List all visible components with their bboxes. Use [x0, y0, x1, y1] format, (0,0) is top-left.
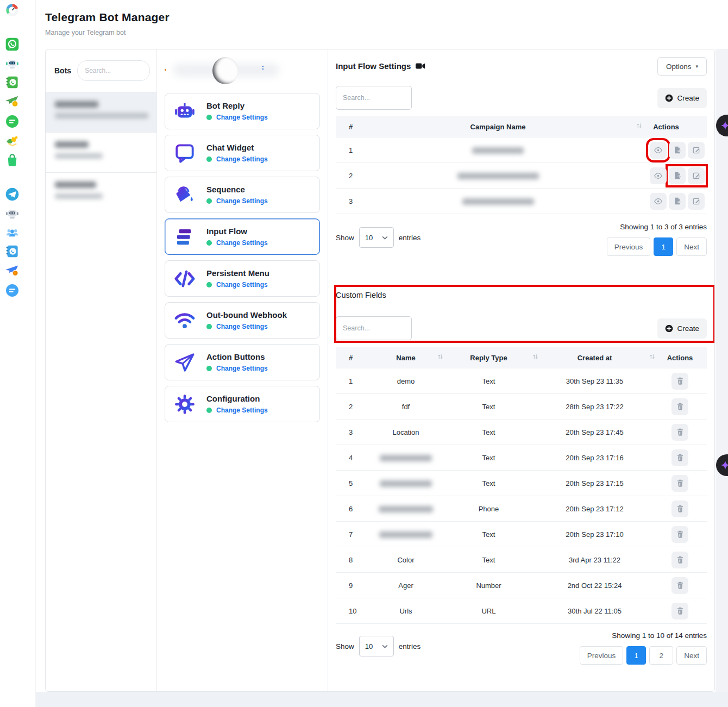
video-tutorial-icon[interactable]	[416, 62, 425, 70]
shop-bag-green-app-icon[interactable]	[5, 153, 20, 167]
column-header-campaign-name[interactable]: Campaign Name	[371, 123, 625, 131]
team-blue-app-icon[interactable]	[5, 225, 20, 240]
chat-icon	[173, 142, 196, 165]
change-settings-link[interactable]: Change Settings	[216, 365, 268, 372]
change-settings-link[interactable]: Change Settings	[216, 406, 268, 414]
next-page-button[interactable]: Next	[676, 646, 707, 665]
edit-button[interactable]	[688, 142, 705, 159]
column-header-reply-type[interactable]: Reply Type	[441, 354, 536, 362]
field-created-at: 3rd Apr 23 11:22	[536, 556, 653, 564]
telegram-app-icon[interactable]	[5, 187, 20, 202]
custom-field-row-4: 4 Text 20th Sep 23 17:16	[336, 445, 707, 471]
export-button[interactable]	[669, 167, 686, 184]
options-button[interactable]: Options▾	[657, 57, 707, 76]
custom-fields-create-button[interactable]: Create	[657, 318, 707, 339]
change-settings-link[interactable]: Change Settings	[216, 281, 268, 289]
previous-page-button[interactable]: Previous	[607, 237, 651, 256]
settings-card-title: Out-bound Webhook	[206, 310, 287, 320]
custom-page-size-select[interactable]: 10	[359, 636, 394, 656]
status-dot	[206, 366, 212, 371]
delete-button[interactable]	[671, 475, 688, 492]
column-header-actions: Actions	[653, 354, 707, 362]
sort-icon[interactable]	[636, 122, 643, 131]
delete-button[interactable]	[671, 603, 688, 620]
settings-card-chat-widget[interactable]: Chat Widget Change Settings	[165, 135, 320, 171]
settings-card-title: Configuration	[206, 394, 268, 403]
page-2-button[interactable]: 2	[649, 646, 673, 665]
sort-icon[interactable]	[649, 353, 656, 362]
whatsapp-app-icon[interactable]	[5, 37, 20, 52]
flow-page-size-select[interactable]: 10	[359, 227, 394, 248]
chat-blue-app-icon[interactable]	[5, 283, 20, 298]
settings-card-configuration[interactable]: Configuration Change Settings	[165, 386, 320, 422]
custom-fields-search-input[interactable]	[336, 316, 412, 340]
field-name: Ager	[398, 581, 413, 590]
status-dot	[206, 324, 212, 329]
contacts-blue-app-icon[interactable]	[5, 244, 20, 259]
delete-button[interactable]	[671, 398, 688, 415]
next-page-button[interactable]: Next	[676, 237, 707, 256]
settings-card-bot-reply[interactable]: Bot Reply Change Settings	[165, 93, 320, 129]
delete-button[interactable]	[671, 500, 688, 517]
row-number: 8	[336, 556, 371, 564]
plane-coin-green-app-icon[interactable]	[5, 94, 20, 109]
view-button[interactable]	[650, 193, 667, 210]
bot-list-item-3[interactable]	[46, 172, 156, 212]
robot-gray-app-icon[interactable]	[5, 206, 20, 221]
export-button[interactable]	[669, 142, 686, 159]
flow-search-input[interactable]	[336, 86, 412, 110]
field-name: Urls	[399, 607, 412, 615]
page-1-button[interactable]: 1	[654, 237, 673, 256]
view-button[interactable]	[650, 142, 667, 159]
plane-badge-blue-app-icon[interactable]	[5, 263, 20, 278]
row-number: 3	[336, 197, 371, 205]
field-created-at: 20th Sep 23 17:16	[536, 454, 653, 462]
column-header-created-at[interactable]: Created at	[536, 354, 653, 362]
sort-icon[interactable]	[437, 353, 444, 362]
robot-colored-app-icon[interactable]	[5, 56, 20, 71]
field-reply-type: Text	[441, 454, 536, 462]
sparkle-icon	[720, 460, 728, 471]
blurred-bot-username	[55, 193, 103, 199]
edit-button[interactable]	[688, 193, 705, 210]
campaign-row-2: 2	[336, 163, 707, 189]
export-button[interactable]	[669, 193, 686, 210]
settings-card-input-flow[interactable]: Input Flow Change Settings	[165, 218, 320, 255]
main-card: Bots	[45, 49, 715, 692]
change-settings-link[interactable]: Change Settings	[216, 197, 268, 205]
bot-list-item-2[interactable]	[46, 132, 156, 172]
custom-fields-table: # Name Reply Type Created at Actions 1 d…	[336, 347, 707, 624]
custom-field-row-2: 2 fdf Text 28th Sep 23 17:22	[336, 394, 707, 420]
view-button[interactable]	[650, 167, 667, 184]
delete-button[interactable]	[671, 552, 688, 568]
contacts-green-app-icon[interactable]	[5, 75, 20, 90]
speed-dashboard-app-icon[interactable]	[5, 3, 20, 17]
delete-button[interactable]	[671, 577, 688, 594]
column-header-name[interactable]: Name	[371, 354, 441, 362]
page-1-button[interactable]: 1	[626, 646, 646, 665]
settings-card-sequence[interactable]: Sequence Change Settings	[165, 177, 320, 213]
sort-icon[interactable]	[532, 353, 539, 362]
row-number: 2	[336, 403, 371, 411]
settings-card-out-bound-webhook[interactable]: Out-bound Webhook Change Settings	[165, 302, 320, 339]
partner-puzzle-app-icon[interactable]	[5, 133, 20, 148]
edit-button[interactable]	[688, 167, 705, 184]
change-settings-link[interactable]: Change Settings	[216, 323, 268, 330]
chat-green-app-icon[interactable]	[5, 114, 20, 129]
bot-list-item-1[interactable]	[46, 92, 156, 132]
delete-button[interactable]	[671, 373, 688, 390]
previous-page-button[interactable]: Previous	[580, 646, 624, 665]
delete-button[interactable]	[671, 526, 688, 543]
bots-search-input[interactable]	[77, 60, 150, 81]
show-label: Show	[336, 642, 354, 650]
flow-create-button[interactable]: Create	[657, 88, 707, 108]
change-settings-link[interactable]: Change Settings	[216, 155, 268, 163]
change-settings-link[interactable]: Change Settings	[216, 239, 268, 247]
settings-card-persistent-menu[interactable]: Persistent Menu Change Settings	[165, 260, 320, 297]
change-settings-link[interactable]: Change Settings	[216, 114, 268, 121]
delete-button[interactable]	[671, 424, 688, 441]
settings-card-action-buttons[interactable]: Action Buttons Change Settings	[165, 344, 320, 380]
row-number: 5	[336, 479, 371, 487]
delete-button[interactable]	[671, 449, 688, 466]
sparkle-icon	[720, 120, 728, 131]
